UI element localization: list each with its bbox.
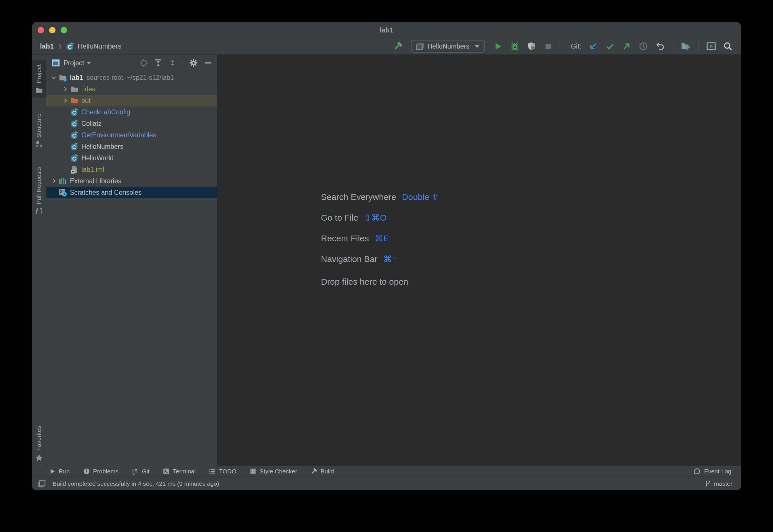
class-icon: C bbox=[70, 108, 78, 116]
folder-icon bbox=[70, 85, 78, 93]
tree-item-label: Collatz bbox=[81, 120, 101, 128]
tree-row-helloworld[interactable]: C HelloWorld bbox=[46, 152, 217, 164]
branch-name: master bbox=[714, 480, 732, 487]
class-icon: C bbox=[70, 154, 78, 162]
tool-window-tab-pull-requests[interactable]: Pull Requests bbox=[32, 163, 46, 219]
tree-item-label: lab1 bbox=[70, 74, 83, 82]
project-view-icon bbox=[51, 59, 60, 67]
scratches-icon bbox=[58, 188, 67, 197]
tree-item-label: out bbox=[81, 97, 91, 105]
shortcut-keys: ⌘E bbox=[375, 233, 389, 243]
breadcrumb-chevron-icon bbox=[57, 43, 62, 50]
expand-all-icon[interactable] bbox=[153, 58, 163, 68]
breadcrumb-target[interactable]: HelloNumbers bbox=[78, 42, 121, 50]
title-bar: lab1 bbox=[32, 22, 741, 38]
tool-window-terminal[interactable]: Terminal bbox=[163, 468, 196, 475]
tree-row-idea[interactable]: .idea bbox=[46, 83, 217, 95]
tree-row-getenvironmentvariables[interactable]: C GetEnvironmentVariables bbox=[46, 129, 217, 141]
git-push-button[interactable] bbox=[622, 41, 632, 51]
tool-window-git[interactable]: Git bbox=[132, 468, 149, 475]
shortcut-action: Navigation Bar bbox=[321, 254, 378, 264]
editor-empty-state: Search Everywhere Double ⇧ Go to File ⇧⌘… bbox=[218, 55, 741, 466]
svg-text:C: C bbox=[72, 155, 76, 161]
terminal-icon bbox=[163, 468, 170, 475]
tool-window-tab-project[interactable]: Project bbox=[32, 60, 46, 98]
chevron-expanded-icon[interactable] bbox=[49, 74, 58, 81]
tree-row-checklabconfig[interactable]: C CheckLabConfig bbox=[46, 106, 217, 118]
folder-icon bbox=[35, 86, 43, 94]
tool-window-tab-label: Pull Requests bbox=[36, 167, 42, 204]
project-tree: lab1 sources root, ~/sp21-s12/lab1 .idea bbox=[46, 71, 217, 466]
collapse-all-icon[interactable] bbox=[167, 58, 178, 68]
tool-window-tab-structure[interactable]: Structure bbox=[32, 109, 46, 152]
chevron-collapsed-icon[interactable] bbox=[61, 97, 70, 104]
history-clock-icon[interactable] bbox=[638, 41, 649, 51]
drop-files-hint: Drop files here to open bbox=[321, 277, 439, 287]
tool-window-tab-favorites[interactable]: Favorites bbox=[32, 422, 46, 466]
svg-text:C: C bbox=[68, 44, 72, 50]
tree-row-scratches-and-consoles[interactable]: Scratches and Consoles bbox=[46, 187, 217, 198]
breadcrumb-project[interactable]: lab1 bbox=[40, 42, 54, 50]
tool-window-style-checker[interactable]: Style Checker bbox=[250, 468, 297, 475]
git-branch-widget[interactable]: master bbox=[704, 480, 732, 487]
class-icon: C bbox=[70, 131, 78, 139]
shortcut-action: Search Everywhere bbox=[321, 192, 396, 202]
project-structure-icon[interactable] bbox=[680, 41, 691, 51]
svg-text:C: C bbox=[72, 121, 76, 127]
run-anything-icon[interactable] bbox=[706, 41, 716, 51]
hammer-icon bbox=[310, 468, 317, 475]
tool-window-build[interactable]: Build bbox=[310, 468, 334, 475]
stop-button[interactable] bbox=[543, 41, 553, 51]
shortcut-search-everywhere: Search Everywhere Double ⇧ bbox=[321, 192, 439, 202]
shortcut-action: Drop files here to open bbox=[321, 277, 408, 287]
pull-request-icon bbox=[35, 207, 43, 215]
branch-icon bbox=[704, 480, 711, 487]
chevron-down-icon bbox=[86, 62, 91, 64]
rollback-icon[interactable] bbox=[655, 41, 665, 51]
search-everywhere-icon[interactable] bbox=[723, 41, 733, 51]
project-tool-window: Project bbox=[46, 55, 218, 466]
tree-row-collatz[interactable]: C Collatz bbox=[46, 118, 217, 129]
tree-item-label: Scratches and Consoles bbox=[70, 189, 141, 196]
tool-window-run[interactable]: Run bbox=[49, 468, 70, 475]
select-opened-file-icon[interactable] bbox=[138, 58, 149, 68]
source-root-folder-icon bbox=[58, 74, 67, 82]
run-configuration-value: HelloNumbers bbox=[428, 43, 470, 50]
shortcut-hints: Search Everywhere Double ⇧ Go to File ⇧⌘… bbox=[321, 192, 439, 287]
tree-row-hellonumbers[interactable]: C HelloNumbers bbox=[46, 141, 217, 152]
project-panel-title[interactable]: Project bbox=[63, 59, 84, 67]
main-toolbar: HelloNumbers bbox=[393, 40, 733, 53]
run-configuration-select[interactable]: HelloNumbers bbox=[411, 40, 485, 53]
problems-icon bbox=[83, 468, 90, 475]
event-log-button[interactable]: Event Log bbox=[693, 468, 731, 475]
git-update-button[interactable] bbox=[588, 41, 599, 51]
shortcut-navigation-bar: Navigation Bar ⌘↑ bbox=[321, 254, 439, 264]
tree-item-info: sources root, ~/sp21-s12/lab1 bbox=[86, 74, 174, 82]
tree-row-external-libraries[interactable]: External Libraries bbox=[46, 175, 217, 187]
build-hammer-icon[interactable] bbox=[393, 41, 403, 51]
tree-row-lab1[interactable]: lab1 sources root, ~/sp21-s12/lab1 bbox=[46, 72, 217, 83]
toolbar-separator bbox=[698, 41, 699, 51]
status-bar: Build completed successfully in 4 sec, 4… bbox=[32, 477, 741, 490]
tool-window-label: Terminal bbox=[173, 468, 196, 475]
chevron-collapsed-icon[interactable] bbox=[61, 86, 70, 92]
tool-window-problems[interactable]: Problems bbox=[83, 468, 119, 475]
hide-panel-icon[interactable] bbox=[203, 58, 213, 68]
tool-window-label: Run bbox=[59, 468, 70, 475]
tree-row-out[interactable]: out bbox=[46, 95, 217, 106]
chevron-collapsed-icon[interactable] bbox=[49, 178, 58, 184]
tool-window-label: Git bbox=[142, 468, 149, 475]
run-button[interactable] bbox=[493, 41, 503, 51]
ide-window: lab1 lab1 C HelloNumbers bbox=[32, 22, 741, 490]
run-triangle-icon bbox=[49, 468, 55, 475]
toolbar-separator bbox=[561, 41, 561, 51]
tree-row-lab1-iml[interactable]: lab1.iml bbox=[46, 164, 217, 175]
run-with-coverage-button[interactable] bbox=[526, 41, 536, 51]
settings-gear-icon[interactable] bbox=[188, 58, 199, 68]
tool-window-label: TODO bbox=[219, 468, 236, 475]
toggle-toolwindows-icon[interactable] bbox=[38, 479, 46, 488]
git-commit-button[interactable] bbox=[605, 41, 615, 51]
tool-window-todo[interactable]: TODO bbox=[209, 468, 236, 475]
debug-button[interactable] bbox=[509, 41, 520, 51]
structure-icon bbox=[35, 140, 43, 148]
